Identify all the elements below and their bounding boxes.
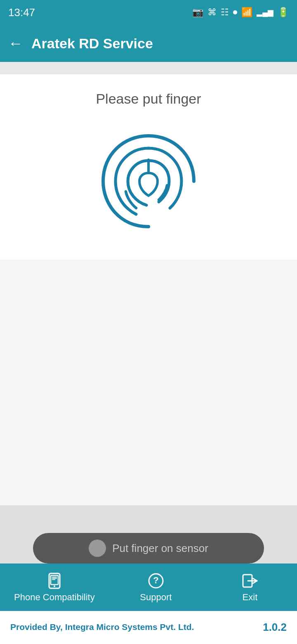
popup-sensor-bar: Put finger on sensor xyxy=(33,533,264,564)
support-icon: ? xyxy=(147,572,165,590)
fingerprint-prompt: Please put finger xyxy=(96,91,201,107)
phone-compatibility-label: Phone Compatibility xyxy=(14,592,95,603)
phone-compatibility-icon xyxy=(46,572,63,590)
status-icons: 📷 ⌘ ☷ 📶 ▂▄▆ 🔋 xyxy=(192,7,289,18)
footer-text: Provided By, Integra Micro Systems Pvt. … xyxy=(10,622,194,632)
svg-point-5 xyxy=(54,585,55,587)
nav-support[interactable]: ? Support xyxy=(123,572,189,603)
wifi-icon: 📶 xyxy=(241,7,252,18)
menu-icon: ☷ xyxy=(221,7,229,18)
status-time: 13:47 xyxy=(8,6,35,19)
grid-icon: ⌘ xyxy=(207,7,217,18)
footer-version: 1.0.2 xyxy=(263,621,287,634)
app-bar: ← Aratek RD Service xyxy=(0,25,297,62)
signal-icon: ▂▄▆ xyxy=(257,8,273,17)
nav-phone-compatibility[interactable]: Phone Compatibility xyxy=(14,572,95,603)
battery-icon: 🔋 xyxy=(278,7,289,18)
photo-icon: 📷 xyxy=(192,7,203,18)
exit-label: Exit xyxy=(243,592,258,603)
nav-exit[interactable]: Exit xyxy=(217,572,283,603)
dot-indicator xyxy=(233,10,237,14)
exit-icon xyxy=(241,572,259,590)
bottom-navigation: Phone Compatibility ? Support Exit xyxy=(0,564,297,611)
support-label: Support xyxy=(140,592,172,603)
popup-text: Put finger on sensor xyxy=(112,542,208,555)
fingerprint-dialog: Please put finger xyxy=(0,74,297,260)
fingerprint-icon xyxy=(95,128,202,235)
status-bar: 13:47 📷 ⌘ ☷ 📶 ▂▄▆ 🔋 xyxy=(0,0,297,25)
footer-provided-by: Provided By, Integra Micro Systems Pvt. … xyxy=(0,610,297,644)
back-button[interactable]: ← xyxy=(8,35,23,52)
svg-text:?: ? xyxy=(153,575,158,585)
app-title: Aratek RD Service xyxy=(31,36,153,52)
sensor-icon xyxy=(89,540,106,557)
